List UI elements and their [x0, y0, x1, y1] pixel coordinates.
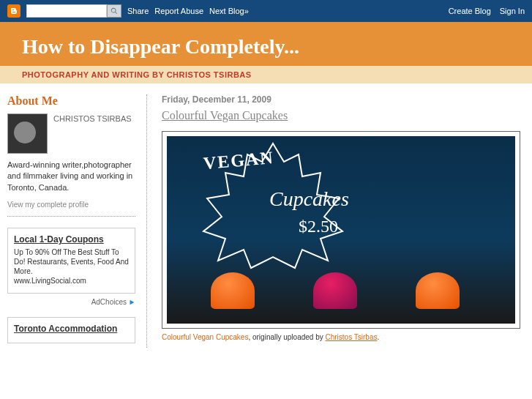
caption-title-link[interactable]: Colourful Vegan Cupcakes [162, 333, 248, 341]
profile-name[interactable]: CHRISTOS TSIRBAS [53, 113, 132, 154]
blog-header: How to Disappear Completely... [0, 22, 532, 66]
navbar-left: Share Report Abuse Next Blog» [7, 4, 249, 18]
share-link[interactable]: Share [127, 7, 149, 15]
profile-row: CHRISTOS TSIRBAS [7, 113, 135, 154]
ad-box-1[interactable]: Local 1-Day Coupons Up To 90% Off The Be… [7, 228, 135, 294]
blog-title[interactable]: How to Disappear Completely... [22, 35, 517, 59]
search-box [26, 4, 121, 18]
subtitle-bar: PHOTOGRAPHY AND WRITING BY CHRISTOS TSIR… [0, 66, 532, 83]
adchoices-label[interactable]: AdChoices [7, 298, 135, 306]
caption-end: . [377, 333, 379, 341]
sidebar: About Me CHRISTOS TSIRBAS Award-winning … [7, 94, 135, 348]
post-title-link[interactable]: Colourful Vegan Cupcakes [162, 109, 288, 122]
ad-box-2[interactable]: Toronto Accommodation [7, 317, 135, 343]
adchoices-text: AdChoices [91, 298, 127, 306]
image-caption: Colourful Vegan Cupcakes, originally upl… [162, 333, 525, 341]
ad-title-2: Toronto Accommodation [14, 324, 129, 334]
about-me-heading: About Me [7, 94, 135, 108]
blogger-logo-icon[interactable] [7, 4, 20, 18]
image-text-price: $2.50 [299, 217, 338, 236]
search-button[interactable] [107, 4, 121, 18]
top-navbar: Share Report Abuse Next Blog» Create Blo… [0, 0, 532, 22]
ad-url: www.LivingSocial.com [14, 276, 129, 286]
cupcake-icon [211, 272, 255, 309]
next-blog-link[interactable]: Next Blog» [209, 7, 249, 15]
create-blog-link[interactable]: Create Blog [449, 7, 491, 15]
caption-mid: , originally uploaded by [248, 333, 325, 341]
ad-text: Up To 90% Off The Best Stuff To Do! Rest… [14, 247, 129, 276]
view-profile-link[interactable]: View my complete profile [7, 201, 135, 217]
report-abuse-link[interactable]: Report Abuse [154, 7, 203, 15]
post-date: Friday, December 11, 2009 [162, 94, 525, 105]
adchoices-icon [128, 299, 135, 306]
main-column: Friday, December 11, 2009 Colourful Vega… [146, 94, 525, 348]
sign-in-link[interactable]: Sign In [500, 7, 525, 15]
profile-bio: Award-winning writer,photographer and fi… [7, 160, 135, 193]
cupcake-icon [313, 272, 357, 309]
ad-title: Local 1-Day Coupons [14, 234, 129, 245]
navbar-right: Create Blog Sign In [449, 7, 525, 15]
post-image-frame[interactable]: VEGAN Cupcakes $2.50 [162, 131, 520, 329]
content-area: About Me CHRISTOS TSIRBAS Award-winning … [0, 83, 532, 355]
post-image: VEGAN Cupcakes $2.50 [167, 136, 515, 324]
blog-subtitle: PHOTOGRAPHY AND WRITING BY CHRISTOS TSIR… [22, 70, 510, 79]
search-input[interactable] [26, 4, 107, 18]
caption-author-link[interactable]: Christos Tsirbas [326, 333, 378, 341]
image-text-cupcakes: Cupcakes [269, 187, 349, 211]
cupcake-icon [416, 272, 460, 309]
profile-photo[interactable] [7, 113, 48, 154]
